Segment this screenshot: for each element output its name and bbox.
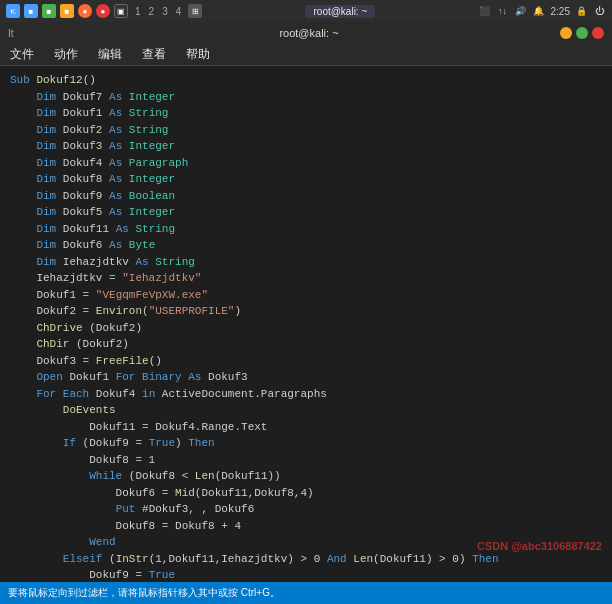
watermark: CSDN @abc3106887422 [477,540,602,552]
app-icon-4[interactable]: ● [78,4,92,18]
status-text: 要将鼠标定向到过滤栏，请将鼠标指针移入其中或按 Ctrl+G。 [8,586,280,600]
code-container: Sub Dokuf12() Dim Dokuf7 As Integer Dim … [0,66,612,582]
clock: 2:25 [551,6,570,17]
maximize-button[interactable] [576,27,588,39]
tab-2[interactable]: 2 [146,6,158,17]
window-title: root@kali: ~ [58,27,560,39]
system-taskbar: K ■ ■ ■ ● ● ▣ 1 2 3 4 ⊞ root@kali: ~ ⬛ ↑… [0,0,612,22]
window-titlebar: It root@kali: ~ [0,22,612,44]
statusbar: 要将鼠标定向到过滤栏，请将鼠标指针移入其中或按 Ctrl+G。 [0,582,612,604]
menu-file[interactable]: 文件 [6,44,38,65]
close-button[interactable] [592,27,604,39]
app-icon-3[interactable]: ■ [60,4,74,18]
tab-numbers: 1 2 3 4 [132,6,184,17]
menu-edit[interactable]: 编辑 [94,44,126,65]
menu-view[interactable]: 查看 [138,44,170,65]
active-window-label: root@kali: ~ [305,5,375,18]
lock-icon: 🔒 [576,5,588,17]
screen-icon[interactable]: ⊞ [188,4,202,18]
tab-1[interactable]: 1 [132,6,144,17]
power-icon: ⏻ [594,5,606,17]
taskbar-left: K ■ ■ ■ ● ● ▣ 1 2 3 4 ⊞ [6,4,202,18]
volume-icon: 🔊 [515,5,527,17]
code-text[interactable]: Sub Dokuf12() Dim Dokuf7 As Integer Dim … [0,66,612,582]
menu-help[interactable]: 帮助 [182,44,214,65]
terminal-window: It root@kali: ~ 文件 动作 编辑 查看 帮助 Sub Dokuf… [0,22,612,604]
app-icon-6[interactable]: ▣ [114,4,128,18]
start-icon[interactable]: K [6,4,20,18]
it-label: It [8,28,58,39]
tab-4[interactable]: 4 [173,6,185,17]
menubar: 文件 动作 编辑 查看 帮助 [0,44,612,66]
app-icon-2[interactable]: ■ [42,4,56,18]
bell-icon: 🔔 [533,5,545,17]
app-icon-1[interactable]: ■ [24,4,38,18]
minimize-button[interactable] [560,27,572,39]
tab-3[interactable]: 3 [159,6,171,17]
monitor-icon: ⬛ [479,5,491,17]
taskbar-right: ⬛ ↑↓ 🔊 🔔 2:25 🔒 ⏻ [479,5,606,17]
network-icon: ↑↓ [497,5,509,17]
app-icon-5[interactable]: ● [96,4,110,18]
menu-action[interactable]: 动作 [50,44,82,65]
window-controls [560,27,604,39]
